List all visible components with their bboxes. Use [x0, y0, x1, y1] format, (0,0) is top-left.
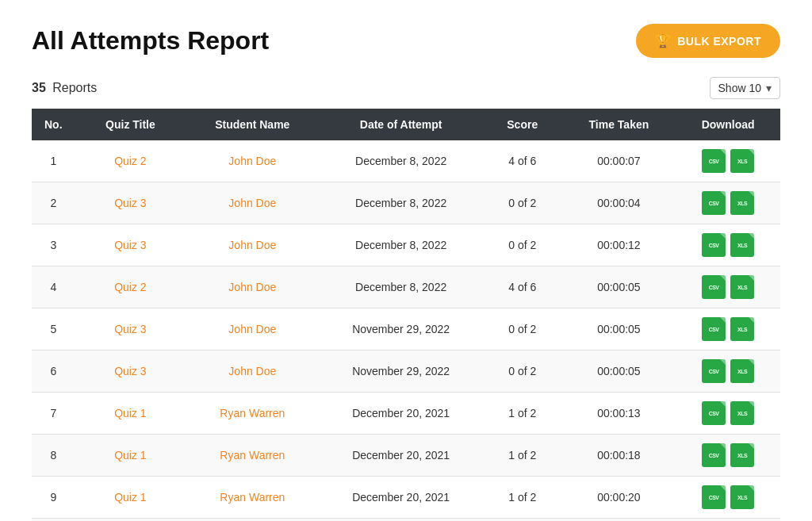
quiz-link[interactable]: Quiz 3 [114, 323, 146, 335]
quiz-link[interactable]: Quiz 3 [114, 197, 146, 209]
table-row: 6 Quiz 3 John Doe November 29, 2022 0 of… [32, 351, 780, 393]
export-icon: 🏆 [655, 33, 672, 48]
cell-score: 4 of 6 [483, 266, 562, 308]
cell-quiz: Quiz 2 [75, 266, 186, 308]
cell-score: 0 of 2 [483, 351, 562, 393]
quiz-link[interactable]: Quiz 1 [114, 449, 146, 462]
cell-no: 4 [32, 266, 75, 308]
reports-label: Reports [52, 81, 97, 94]
cell-download: CSV XLS [676, 182, 780, 224]
cell-date: November 29, 2022 [319, 308, 483, 351]
cell-time: 00:00:07 [562, 140, 676, 182]
cell-score: 1 of 2 [483, 435, 562, 477]
cell-student: John Doe [186, 266, 319, 308]
cell-quiz: Quiz 1 [75, 435, 186, 477]
col-download: Download [676, 109, 780, 140]
cell-download: CSV XLS [676, 308, 780, 351]
csv-download-button[interactable]: CSV [702, 401, 726, 425]
table-row: 2 Quiz 3 John Doe December 8, 2022 0 of … [32, 182, 780, 224]
csv-download-button[interactable]: CSV [702, 275, 726, 299]
quiz-link[interactable]: Quiz 3 [114, 365, 146, 377]
table-row: 7 Quiz 1 Ryan Warren December 20, 2021 1… [32, 393, 780, 435]
cell-download: CSV XLS [676, 477, 780, 519]
col-student-name: Student Name [186, 109, 319, 140]
cell-student: John Doe [186, 140, 319, 182]
student-link[interactable]: Ryan Warren [220, 407, 285, 419]
table-row: 8 Quiz 1 Ryan Warren December 20, 2021 1… [32, 435, 780, 477]
cell-download: CSV XLS [676, 140, 780, 182]
page-title: All Attempts Report [32, 26, 269, 56]
cell-no: 8 [32, 435, 75, 477]
csv-download-button[interactable]: CSV [702, 443, 726, 467]
cell-student: Ryan Warren [186, 519, 319, 522]
cell-time: 00:00:05 [562, 308, 676, 351]
col-date: Date of Attempt [319, 109, 483, 140]
bulk-export-button[interactable]: 🏆 BULK EXPORT [636, 24, 780, 58]
cell-date: December 20, 2021 [319, 477, 483, 519]
cell-download: CSV XLS [676, 266, 780, 308]
xls-download-button[interactable]: XLS [730, 191, 754, 215]
student-link[interactable]: John Doe [228, 365, 276, 377]
cell-date: November 29, 2022 [319, 351, 483, 393]
table-row: 3 Quiz 3 John Doe December 8, 2022 0 of … [32, 224, 780, 266]
xls-download-button[interactable]: XLS [730, 233, 754, 257]
cell-score: 1 of 2 [483, 393, 562, 435]
csv-download-button[interactable]: CSV [702, 317, 726, 341]
cell-quiz: TEST QUIZ [75, 519, 186, 522]
csv-download-button[interactable]: CSV [702, 359, 726, 383]
xls-download-button[interactable]: XLS [730, 485, 754, 509]
cell-score: 0 of 2 [483, 182, 562, 224]
cell-time: 00:00:05 [562, 351, 676, 393]
cell-student: Ryan Warren [186, 435, 319, 477]
cell-date: December 8, 2022 [319, 266, 483, 308]
quiz-link[interactable]: Quiz 1 [114, 491, 146, 504]
cell-date: December 20, 2021 [319, 519, 483, 522]
subheader: 35 Reports Show 10 ▾ [32, 77, 780, 99]
xls-download-button[interactable]: XLS [730, 149, 754, 173]
col-no: No. [32, 109, 75, 140]
table-row: 9 Quiz 1 Ryan Warren December 20, 2021 1… [32, 477, 780, 519]
cell-no: 3 [32, 224, 75, 266]
cell-date: December 20, 2021 [319, 393, 483, 435]
cell-student: John Doe [186, 351, 319, 393]
cell-download: CSV XLS [676, 224, 780, 266]
table-row: 1 Quiz 2 John Doe December 8, 2022 4 of … [32, 140, 780, 182]
csv-download-button[interactable]: CSV [702, 485, 726, 509]
student-link[interactable]: John Doe [228, 239, 276, 251]
cell-student: Ryan Warren [186, 477, 319, 519]
quiz-link[interactable]: Quiz 2 [114, 155, 146, 167]
quiz-link[interactable]: Quiz 2 [114, 281, 146, 293]
csv-download-button[interactable]: CSV [702, 191, 726, 215]
bulk-export-label: BULK EXPORT [677, 35, 761, 48]
csv-download-button[interactable]: CSV [702, 149, 726, 173]
student-link[interactable]: Ryan Warren [220, 449, 285, 462]
cell-no: 5 [32, 308, 75, 351]
csv-download-button[interactable]: CSV [702, 233, 726, 257]
show-label: Show 10 [718, 82, 761, 94]
xls-download-button[interactable]: XLS [730, 359, 754, 383]
student-link[interactable]: John Doe [228, 323, 276, 335]
cell-download: CSV XLS [676, 351, 780, 393]
student-link[interactable]: John Doe [228, 281, 276, 293]
show-select-wrapper[interactable]: Show 10 ▾ [710, 77, 780, 99]
xls-download-button[interactable]: XLS [730, 443, 754, 467]
cell-time: 00:00:12 [562, 224, 676, 266]
cell-time: 00:00:05 [562, 266, 676, 308]
cell-time: 00:01:30 [562, 519, 676, 522]
cell-quiz: Quiz 3 [75, 224, 186, 266]
cell-no: 7 [32, 393, 75, 435]
cell-score: 0 of 2 [483, 224, 562, 266]
col-score: Score [483, 109, 562, 140]
cell-download: CSV XLS [676, 393, 780, 435]
xls-download-button[interactable]: XLS [730, 275, 754, 299]
student-link[interactable]: Ryan Warren [220, 491, 285, 504]
cell-date: December 8, 2022 [319, 182, 483, 224]
quiz-link[interactable]: Quiz 3 [114, 239, 146, 251]
cell-no: 10 [32, 519, 75, 522]
cell-student: John Doe [186, 182, 319, 224]
quiz-link[interactable]: Quiz 1 [114, 407, 146, 419]
xls-download-button[interactable]: XLS [730, 401, 754, 425]
xls-download-button[interactable]: XLS [730, 317, 754, 341]
student-link[interactable]: John Doe [228, 155, 276, 167]
student-link[interactable]: John Doe [228, 197, 276, 209]
